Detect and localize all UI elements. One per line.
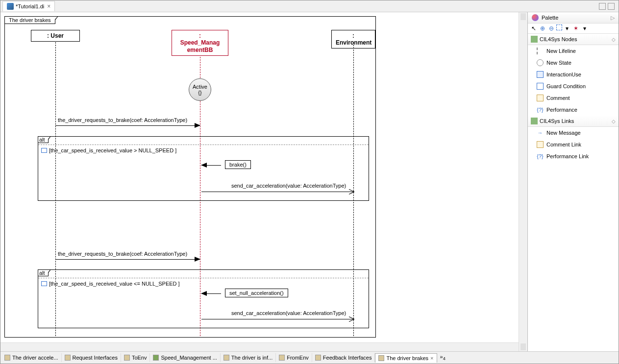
- zoom-in-icon[interactable]: ⊕: [539, 24, 546, 32]
- palette-item-state[interactable]: New State: [528, 57, 619, 69]
- diagram-icon: [4, 355, 10, 361]
- zoom-out-icon[interactable]: ⊖: [547, 24, 555, 32]
- diagram-icon: [124, 355, 130, 361]
- palette-item-interactionuse[interactable]: InteractionUse: [528, 69, 619, 80]
- collapse-icon[interactable]: ◇: [612, 37, 616, 42]
- state-icon: [537, 59, 544, 66]
- alt-divider: [38, 145, 369, 145]
- message-label[interactable]: the_driver_requests_to_brake(coef: Accel…: [58, 251, 187, 257]
- palette-tools: ↖ ⊕ ⊖ ▾ ✶ ▾: [528, 24, 619, 34]
- diagram-icon: [65, 355, 71, 361]
- self-message-arrow: [201, 165, 221, 166]
- dropdown-icon[interactable]: ▾: [581, 24, 589, 32]
- editor-tab-title: *Tutorial1.di: [16, 3, 44, 9]
- palette-item-message[interactable]: →New Message: [528, 127, 619, 139]
- self-message-setnull[interactable]: set_null_acceleration(): [225, 289, 288, 297]
- file-icon: [7, 3, 14, 10]
- diagram-icon: [223, 355, 229, 361]
- canvas-dotted-background: [380, 12, 527, 351]
- palette-item-guard[interactable]: Guard Condition: [528, 80, 619, 92]
- editor-tab[interactable]: *Tutorial1.di ×: [2, 1, 55, 11]
- palette-section-nodes[interactable]: CIL4Sys Nodes ◇: [528, 34, 619, 45]
- palette-item-perflink[interactable]: {?}Performance Link: [528, 150, 619, 162]
- vertical-scrollbar[interactable]: [519, 12, 527, 351]
- editor-tab-bar: *Tutorial1.di ×: [0, 0, 619, 12]
- lifeline-speed[interactable]: :Speed_ManagementBB: [172, 30, 228, 56]
- interaction-frame[interactable]: The driver brakes : User :Speed_Manageme…: [4, 16, 376, 338]
- performance-link-icon: {?}: [537, 153, 544, 160]
- guard-icon: [41, 281, 47, 286]
- section-icon: [531, 36, 538, 43]
- close-icon[interactable]: ×: [47, 3, 50, 10]
- guard-condition-2[interactable]: [the_car_speed_is_received_value <= NULL…: [41, 281, 180, 287]
- alt-fragment-2[interactable]: alt [the_car_speed_is_received_value <= …: [38, 269, 369, 328]
- diagram-tab[interactable]: Feedback Interfaces: [312, 353, 375, 362]
- window-controls: [599, 3, 615, 10]
- self-message-arrow: [201, 293, 221, 294]
- diagram-tab[interactable]: Speed_Management ...: [150, 353, 220, 362]
- guard-icon: [41, 148, 47, 153]
- collapse-icon[interactable]: ◇: [612, 119, 616, 124]
- chevron-right-icon[interactable]: ▷: [611, 15, 615, 21]
- message-label[interactable]: send_car_acceleration(value: Acceleratio…: [231, 183, 346, 189]
- message-arrow[interactable]: [55, 125, 200, 126]
- guard-icon: [537, 83, 544, 90]
- message-arrow[interactable]: [201, 319, 354, 319]
- message-label[interactable]: send_car_acceleration(value: Acceleratio…: [231, 310, 346, 316]
- pointer-tool-icon[interactable]: ↖: [530, 24, 538, 32]
- performance-icon: {?}: [537, 106, 544, 113]
- frame-label[interactable]: The driver brakes: [4, 16, 55, 24]
- comment-icon: [537, 95, 544, 101]
- diagram-canvas[interactable]: The driver brakes : User :Speed_Manageme…: [0, 12, 527, 351]
- palette-section-links[interactable]: CIL4Sys Links ◇: [528, 116, 619, 127]
- palette-header[interactable]: Palette ▷: [528, 12, 619, 24]
- diagram-tab-bar: The driver accele... Request Interfaces …: [0, 351, 619, 364]
- diagram-tab[interactable]: ToEnv: [121, 353, 150, 362]
- lifeline-icon: [537, 48, 544, 54]
- message-label[interactable]: the_driver_requests_to_brake(coef: Accel…: [58, 117, 187, 123]
- main-area: The driver brakes : User :Speed_Manageme…: [0, 12, 619, 351]
- close-icon[interactable]: ×: [430, 355, 433, 361]
- diagram-icon: [153, 355, 159, 361]
- alt-fragment-1[interactable]: alt [the_car_speed_is_received_value > N…: [38, 136, 369, 201]
- palette-item-performance[interactable]: {?}Performance: [528, 104, 619, 116]
- maximize-icon[interactable]: [608, 3, 615, 10]
- palette: Palette ▷ ↖ ⊕ ⊖ ▾ ✶ ▾ CIL4Sys Nodes ◇ Ne…: [527, 12, 619, 351]
- horizontal-scrollbar[interactable]: [0, 342, 519, 351]
- message-arrow[interactable]: [201, 192, 354, 192]
- palette-item-lifeline[interactable]: New Lifeline: [528, 45, 619, 57]
- diagram-tab[interactable]: The driver accele...: [1, 353, 62, 362]
- alt-divider: [38, 278, 369, 278]
- alt-label: alt: [38, 136, 49, 143]
- dropdown-icon[interactable]: ▾: [563, 24, 571, 32]
- message-arrow[interactable]: [55, 259, 200, 260]
- palette-item-comment[interactable]: Comment: [528, 92, 619, 104]
- diagram-icon: [279, 355, 285, 361]
- section-icon: [531, 118, 538, 124]
- comment-link-icon: [537, 141, 544, 148]
- palette-title: Palette: [542, 15, 558, 21]
- diagram-tab[interactable]: Request Interfaces: [62, 353, 121, 362]
- interactionuse-icon: [537, 71, 544, 78]
- alt-label: alt: [38, 269, 49, 276]
- diagram-tab-active[interactable]: The driver brakes×: [375, 353, 437, 363]
- palette-item-commentlink[interactable]: Comment Link: [528, 139, 619, 150]
- state-active[interactable]: Active {}: [189, 78, 211, 101]
- diagram-icon: [315, 355, 321, 361]
- guard-condition-1[interactable]: [the_car_speed_is_received_value > NULL_…: [41, 147, 176, 153]
- diagram-tab[interactable]: The driver is inf...: [221, 353, 276, 362]
- lifeline-user[interactable]: : User: [31, 30, 80, 42]
- more-tabs[interactable]: »4: [437, 352, 448, 363]
- diagram-tab[interactable]: FromEnv: [276, 353, 312, 362]
- diagram-icon: [378, 355, 384, 361]
- connector-tool-icon[interactable]: ✶: [572, 24, 580, 32]
- minimize-icon[interactable]: [599, 3, 606, 10]
- marquee-tool-icon[interactable]: [556, 24, 562, 30]
- palette-icon: [532, 14, 539, 21]
- message-icon: →: [537, 129, 544, 136]
- self-message-brake[interactable]: brake(): [225, 160, 251, 169]
